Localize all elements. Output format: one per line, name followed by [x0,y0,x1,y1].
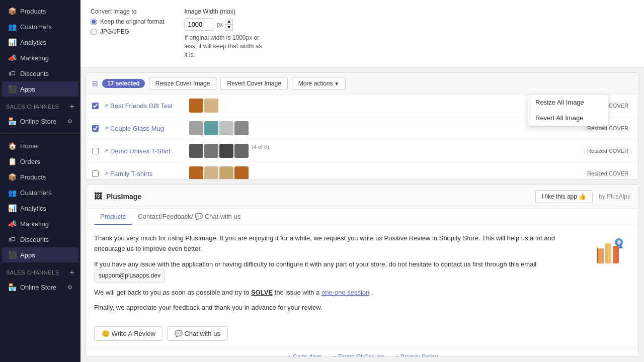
convert-format-group: Convert image to Keep the original forma… [91,8,164,35]
revert-cover-btn[interactable]: Revert Cover Image [220,77,287,90]
sidebar-item-apps2[interactable]: ⬛ Apps [2,247,78,262]
products2-icon: 📦 [8,173,16,181]
thumb [204,121,218,135]
sales-channels-section: SALES CHANNELS + [0,97,80,113]
radio-jpg-label[interactable]: JPG/JPEG [91,28,164,35]
radio-jpg[interactable] [91,29,97,35]
sidebar-item-marketing2[interactable]: 📣 Marketing [2,216,78,231]
thumb [234,166,249,179]
footer-tos-link[interactable]: ↗ Terms Of Service [332,353,384,357]
product-link-p3[interactable]: ↗ Demo Unisex T-Shirt [104,147,184,155]
customers-icon: 👥 [8,23,16,31]
home-icon: 🏠 [8,142,16,150]
orders-icon: 📋 [8,157,16,165]
dropdown-resize-all[interactable]: Resize All Image [528,95,608,110]
support-email: support@plusapps.dev [94,269,165,282]
row-checkbox-p3[interactable] [92,148,99,154]
thumb [219,144,233,158]
status-badge-p4: Resized COVER [583,169,632,177]
svg-rect-6 [617,241,621,243]
svg-rect-0 [598,248,604,263]
ext-icon: ↗ [287,354,291,357]
app-icon: 🖼 [94,192,102,201]
product-images-p3: (4 of 6) [189,144,578,158]
tab-contact[interactable]: Contact/Feedback/ 💬 Chat with us [132,209,247,225]
thumb [204,144,218,158]
sidebar-item-home[interactable]: 🏠 Home [2,138,78,153]
more-actions-btn[interactable]: More actions [292,77,346,90]
thumb [219,121,233,135]
sidebar-item-online-store2[interactable]: 🏪 Online Store ⚙ [2,280,78,295]
row-checkbox-p2[interactable] [92,125,99,132]
store-settings-icon[interactable]: ⚙ [67,118,72,125]
sidebar-item-online-store[interactable]: 🏪 Online Store ⚙ [2,114,78,129]
width-increment-btn[interactable]: ▲ [225,19,233,25]
product-link-p2[interactable]: ↗ Couple Glass Mug [104,125,184,132]
app-panel: 🖼 PlusImage I like this app 👍 by PlusAlp… [86,185,639,357]
write-review-btn[interactable]: 😊 Write A Review [94,326,163,341]
status-badge-p3: Resized COVER [583,147,632,155]
chat-with-us-btn[interactable]: 💬 Chat with us [167,326,228,341]
sidebar-item-apps[interactable]: ⬛ Apps [2,81,78,97]
convert-format-label: Convert image to [91,8,164,15]
main-content: Convert image to Keep the original forma… [80,0,644,362]
resize-cover-btn[interactable]: Resize Cover Image [149,77,217,90]
width-unit: px [216,21,223,28]
radio-original[interactable] [91,19,97,25]
apps2-icon: ⬛ [8,251,16,259]
sidebar-item-customers2[interactable]: 👥 Customers [2,185,78,200]
width-input[interactable] [184,18,214,31]
thumb [204,166,218,179]
sidebar-item-marketing[interactable]: 📣 Marketing [2,50,78,65]
app-illustration-col [590,233,630,318]
sidebar-item-products[interactable]: 📦 Products [2,4,78,19]
app-header: 🖼 PlusImage I like this app 👍 by PlusAlp… [86,185,638,209]
row-checkbox-p1[interactable] [92,103,99,109]
footer-privacy-link[interactable]: ↗ Privacy Policy [394,353,438,357]
add-sales-channel-btn[interactable]: + [69,102,74,111]
para1: Thank you very much for using PlusImage.… [94,233,582,254]
selected-count-badge: 17 selected [102,79,145,88]
tab-products[interactable]: Products [94,209,132,225]
para2: If you have any issue with the applicati… [94,259,582,283]
store2-icon: 🏪 [8,283,16,291]
img-count-p3: (4 of 6) [252,144,269,158]
width-input-row: px ▲ ▼ [184,18,265,31]
product-images-p1 [189,99,578,113]
apps-icon: ⬛ [8,85,16,93]
external-link-icon: ↗ [104,103,108,109]
product-table-panel: ⊟ 17 selected Resize Cover Image Revert … [86,72,639,179]
sidebar-item-orders[interactable]: 📋 Orders [2,154,78,169]
product-images-p2 [189,121,578,135]
product-link-p1[interactable]: ↗ Best Friends Gift Test [104,102,184,110]
sidebar-item-discounts2[interactable]: 🏷 Discounts [2,232,78,247]
app-title: 🖼 PlusImage [94,192,141,201]
image-settings-panel: Convert image to Keep the original forma… [80,0,644,67]
radio-original-label[interactable]: Keep the original format [91,18,164,25]
svg-rect-3 [597,247,598,263]
store2-settings-icon[interactable]: ⚙ [67,284,72,291]
add-sales-channel-btn2[interactable]: + [69,268,74,277]
thumb [189,144,203,158]
one-one-session-link[interactable]: one-one session [321,289,369,296]
sidebar-item-discounts[interactable]: 🏷 Discounts [2,66,78,81]
sidebar-item-customers[interactable]: 👥 Customers [2,19,78,34]
discounts-icon: 🏷 [8,69,16,77]
external-link-icon: ↗ [104,125,108,132]
row-checkbox-p4[interactable] [92,170,99,177]
table-toolbar: ⊟ 17 selected Resize Cover Image Revert … [86,73,638,95]
like-app-btn[interactable]: I like this app 👍 [535,190,593,203]
sidebar-item-products2[interactable]: 📦 Products [2,169,78,185]
dropdown-revert-all[interactable]: Revert All Image [528,110,608,126]
analytics2-icon: 📊 [8,204,16,212]
store-icon: 🏪 [8,117,16,125]
product-link-p4[interactable]: ↗ Family T-shirts [104,170,184,177]
footer-docs-link[interactable]: ↗ Go to docs [287,353,322,357]
image-width-group: Image Width (max) px ▲ ▼ If original wid… [184,8,265,59]
width-decrement-btn[interactable]: ▼ [225,25,233,31]
svg-rect-2 [613,246,619,263]
solve-text: SOLVE [251,289,273,296]
sidebar-item-analytics[interactable]: 📊 Analytics [2,35,78,50]
sidebar-item-analytics2[interactable]: 📊 Analytics [2,201,78,216]
deselect-icon[interactable]: ⊟ [92,79,98,87]
